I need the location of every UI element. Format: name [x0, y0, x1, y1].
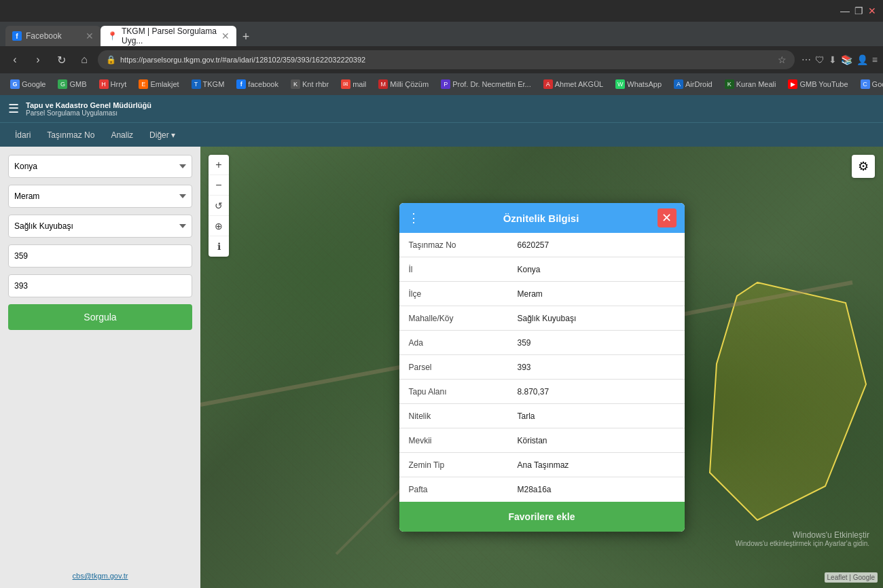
- modal-value-ada: 359: [508, 333, 685, 353]
- download-icon[interactable]: ⬇: [829, 54, 837, 65]
- facebook-icon: f: [12, 31, 22, 41]
- modal-row-ada: Ada 359: [399, 331, 685, 355]
- neighborhood-select[interactable]: Sağlık Kuyubaşı: [8, 215, 192, 238]
- airdroid-favicon: A: [674, 79, 683, 89]
- millicozum-favicon: M: [378, 79, 388, 89]
- modal-row-tasinmazno: Taşınmaz No 6620257: [399, 233, 685, 257]
- district-select[interactable]: Meram: [8, 185, 192, 208]
- tab-tkgm[interactable]: 📍 TKGM | Parsel Sorgulama Uyg... ✕: [101, 26, 236, 46]
- bookmark-ahmet-label: Ahmet AKGÜL: [555, 80, 604, 88]
- modal-value-ilce: Meram: [508, 284, 685, 304]
- gmb-favicon: G: [58, 79, 67, 89]
- bookmark-whatsapp[interactable]: W WhatsApp: [611, 77, 666, 91]
- app-area: ☰ Tapu ve Kadastro Genel Müdürlüğü Parse…: [0, 95, 883, 588]
- back-button[interactable]: ‹: [5, 50, 24, 69]
- main-layout: Konya Meram Sağlık Kuyubaşı Sorgula cbs@…: [0, 147, 883, 588]
- modal-label-zemintip: Zemin Tip: [399, 455, 508, 475]
- modal-value-tapualani: 8.870,37: [508, 382, 685, 402]
- sorgula-button[interactable]: Sorgula: [8, 304, 192, 330]
- bookmarks-bar: G Google G GMB H Hrryt E Emlakjet T TKGM…: [0, 73, 883, 95]
- bookmark-necmettin[interactable]: P Prof. Dr. Necmettin Er...: [436, 77, 536, 91]
- modal-value-zemintip: Ana Taşınmaz: [508, 455, 685, 475]
- forward-button[interactable]: ›: [29, 50, 48, 69]
- youtube-favicon: ▶: [788, 79, 797, 89]
- profile-icon[interactable]: 👤: [857, 54, 868, 65]
- modal-close-button[interactable]: ✕: [657, 208, 677, 227]
- bookmark-emlakjet[interactable]: E Emlakjet: [134, 77, 183, 91]
- modal-row-mahalle: Mahalle/Köy Sağlık Kuyubaşı: [399, 306, 685, 331]
- shield-icon[interactable]: 🛡: [815, 54, 825, 65]
- tkgm-icon: 📍: [107, 31, 118, 41]
- tab-facebook-label: Facebook: [26, 31, 62, 41]
- toolbar-tasinmaz[interactable]: Taşınmaz No: [40, 128, 101, 143]
- bookmark-facebook[interactable]: f facebook: [232, 77, 283, 91]
- parsel-input[interactable]: [8, 274, 192, 297]
- modal-value-tasinmazno: 6620257: [508, 235, 685, 255]
- bookmark-google[interactable]: G Google: [5, 77, 50, 91]
- modal-header: ⋮ Öznitelik Bilgisi ✕: [399, 203, 685, 233]
- bookmark-tkgm[interactable]: T TKGM: [187, 77, 230, 91]
- bookmark-gmbyoutube[interactable]: ▶ GMB YouTube: [783, 77, 852, 91]
- hamburger-menu-button[interactable]: ☰: [8, 101, 19, 116]
- google-favicon: G: [10, 79, 20, 89]
- modal-value-pafta: M28a16a: [508, 479, 685, 500]
- city-select[interactable]: Konya: [8, 155, 192, 178]
- tab-facebook-close[interactable]: ✕: [86, 31, 94, 41]
- modal-row-mevkii: Mevkii Köristan: [399, 428, 685, 453]
- tkgm-favicon: T: [192, 79, 201, 89]
- bookmark-star-icon[interactable]: ☆: [778, 54, 787, 65]
- close-button[interactable]: ✕: [867, 5, 878, 16]
- menu-icon[interactable]: ≡: [872, 54, 878, 65]
- bookmark-airdroid-label: AirDroid: [685, 80, 713, 88]
- map-area[interactable]: + − ↺ ⊕ ℹ ⚙ Windows'u Etkinleştir Window…: [200, 147, 883, 588]
- toolbar-analiz[interactable]: Analiz: [104, 128, 140, 143]
- app-header: ☰ Tapu ve Kadastro Genel Müdürlüğü Parse…: [0, 95, 883, 122]
- address-input[interactable]: 🔒 https://parselsorgu.tkgm.gov.tr/#ara/i…: [98, 50, 795, 69]
- bookmark-kuran[interactable]: K Kuran Meali: [720, 77, 781, 91]
- readinglist-icon[interactable]: 📚: [841, 54, 852, 65]
- bookmark-hrryt-label: Hrryt: [111, 80, 127, 88]
- bookmark-necmettin-label: Prof. Dr. Necmettin Er...: [452, 80, 531, 88]
- mail-favicon: ✉: [341, 79, 350, 89]
- favorilere-ekle-button[interactable]: Favorilere ekle: [399, 502, 685, 532]
- tab-facebook[interactable]: f Facebook ✕: [5, 26, 101, 46]
- bookmark-ahmet[interactable]: A Ahmet AKGÜL: [539, 77, 609, 91]
- bookmark-gmb-label: GMB: [69, 80, 86, 88]
- kntrhbr-favicon: K: [291, 79, 300, 89]
- bookmark-chromeyeri[interactable]: C Google Chrome yer i...: [856, 77, 883, 91]
- toolbar-diger[interactable]: Diğer ▾: [143, 128, 182, 143]
- tab-tkgm-close[interactable]: ✕: [221, 31, 230, 41]
- maximize-button[interactable]: ❐: [853, 5, 864, 16]
- modal-label-parsel: Parsel: [399, 357, 508, 378]
- extensions-icon[interactable]: ⋯: [801, 54, 811, 65]
- address-bar-icons: ☆: [778, 54, 787, 65]
- bookmark-kntrhbr[interactable]: K Knt rhbr: [286, 77, 334, 91]
- kuran-favicon: K: [725, 79, 734, 89]
- bookmark-gmb[interactable]: G GMB: [53, 77, 91, 91]
- new-tab-button[interactable]: +: [236, 27, 255, 46]
- bookmark-airdroid[interactable]: A AirDroid: [669, 77, 717, 91]
- reload-button[interactable]: ↻: [52, 50, 71, 69]
- modal-value-il: Konya: [508, 259, 685, 280]
- modal-label-mevkii: Mevkii: [399, 430, 508, 451]
- cbs-email-link[interactable]: cbs@tkgm.gov.tr: [73, 572, 128, 580]
- bookmark-facebook-label: facebook: [248, 80, 278, 88]
- browser-chrome: — ❐ ✕ f Facebook ✕ 📍 TKGM | Parsel Sorgu…: [0, 0, 883, 95]
- bookmark-hrryt[interactable]: H Hrryt: [94, 77, 132, 91]
- bookmark-millicozum[interactable]: M Milli Çözüm: [374, 77, 433, 91]
- app-toolbar: İdari Taşınmaz No Analiz Diğer ▾: [0, 122, 883, 147]
- bookmark-mail[interactable]: ✉ mail: [336, 77, 371, 91]
- modal-overlay: ⋮ Öznitelik Bilgisi ✕ Taşınmaz No 662025…: [200, 147, 883, 588]
- modal-value-nitelik: Tarla: [508, 406, 685, 426]
- modal-label-ilce: İlçe: [399, 284, 508, 304]
- minimize-button[interactable]: —: [840, 5, 850, 16]
- modal-options-button[interactable]: ⋮: [408, 210, 420, 225]
- necmettin-favicon: P: [441, 79, 450, 89]
- home-button[interactable]: ⌂: [75, 50, 94, 69]
- app-title-sub: Parsel Sorgulama Uygulaması: [26, 109, 151, 117]
- tab-tkgm-label: TKGM | Parsel Sorgulama Uyg...: [122, 26, 217, 45]
- ada-input[interactable]: [8, 244, 192, 268]
- modal-title: Öznitelik Bilgisi: [425, 213, 657, 224]
- bookmark-tkgm-label: TKGM: [203, 80, 225, 88]
- toolbar-idari[interactable]: İdari: [8, 128, 37, 143]
